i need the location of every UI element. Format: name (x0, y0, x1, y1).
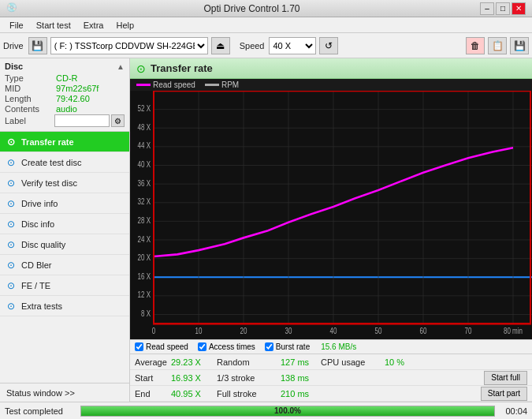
random-value: 127 ms (281, 357, 316, 367)
svg-text:50: 50 (375, 327, 382, 335)
disc-label-label: Label (5, 116, 54, 125)
disc-type-value: CD-R (56, 73, 78, 83)
svg-text:44 X: 44 X (138, 142, 151, 151)
svg-text:30: 30 (285, 327, 292, 335)
read-speed-checkbox[interactable] (135, 342, 143, 351)
copy-button[interactable]: 📋 (488, 37, 507, 54)
status-window-button[interactable]: Status window >> (0, 383, 129, 402)
content-area: ⊙ Transfer rate Read speed RPM (130, 58, 532, 402)
nav-drive-info[interactable]: ⊙ Drive info (0, 193, 129, 214)
disc-length-value: 79:42.60 (56, 94, 90, 103)
disc-contents-value: audio (56, 104, 77, 114)
svg-text:10: 10 (195, 327, 203, 335)
menubar: File Start test Extra Help (0, 17, 532, 33)
svg-text:36 X: 36 X (138, 179, 151, 188)
read-speed-checkbox-label[interactable]: Read speed (135, 342, 188, 351)
average-value: 29.23 X (171, 357, 212, 367)
transfer-rate-icon: ⊙ (5, 137, 17, 148)
svg-text:20: 20 (240, 327, 247, 335)
verify-test-disc-icon: ⊙ (5, 178, 17, 189)
nav-disc-info[interactable]: ⊙ Disc info (0, 214, 129, 234)
speed-select[interactable]: 40 X (269, 37, 316, 54)
average-label: Average (135, 357, 166, 367)
nav-extra-tests-label: Extra tests (21, 301, 62, 311)
start-part-button[interactable]: Start part (481, 387, 527, 401)
nav-verify-test-disc-label: Verify test disc (21, 178, 77, 188)
nav-fe-te[interactable]: ⊙ FE / TE (0, 275, 129, 296)
window-controls: – □ ✕ (480, 2, 526, 15)
disc-panel-title: Disc (5, 62, 23, 71)
legend-rpm: RPM (205, 80, 239, 89)
menu-help[interactable]: Help (110, 19, 140, 32)
eject-button[interactable]: ⏏ (211, 37, 230, 54)
chart-svg: 52 X 48 X 44 X 40 X 36 X 32 X 28 X 24 X … (130, 91, 532, 339)
sidebar-nav: ⊙ Transfer rate ⊙ Create test disc ⊙ Ver… (0, 132, 129, 383)
nav-transfer-rate[interactable]: ⊙ Transfer rate (0, 132, 129, 152)
save-button[interactable]: 💾 (510, 37, 529, 54)
access-times-checkbox[interactable] (198, 342, 206, 351)
access-times-cb-label: Access times (209, 342, 255, 351)
svg-text:60: 60 (420, 327, 427, 335)
app-icon: 💿 (6, 2, 19, 15)
chart-title: Transfer rate (151, 62, 213, 74)
nav-disc-quality-label: Disc quality (21, 240, 65, 249)
nav-create-test-disc-label: Create test disc (21, 158, 81, 167)
chart-checkboxes-row: Read speed Access times Burst rate 15.6 … (130, 339, 532, 354)
disc-type-label: Type (5, 73, 56, 83)
burst-rate-checkbox[interactable] (265, 342, 273, 351)
menu-start-test[interactable]: Start test (30, 19, 77, 32)
svg-text:40 X: 40 X (138, 160, 151, 169)
access-times-checkbox-label[interactable]: Access times (198, 342, 255, 351)
progress-label: Test completed (5, 406, 76, 416)
nav-disc-quality[interactable]: ⊙ Disc quality (0, 234, 129, 255)
close-button[interactable]: ✕ (512, 2, 526, 15)
chart-legend: Read speed RPM (130, 79, 532, 91)
third-stroke-label: 1/3 stroke (217, 373, 276, 383)
disc-label-input[interactable] (54, 114, 110, 127)
svg-text:12 X: 12 X (138, 291, 151, 300)
disc-panel-collapse[interactable]: ▲ (117, 62, 125, 71)
burst-rate-checkbox-label[interactable]: Burst rate (265, 342, 310, 351)
nav-cd-bler-label: CD Bler (21, 260, 52, 270)
maximize-button[interactable]: □ (496, 2, 510, 15)
disc-length-label: Length (5, 94, 56, 103)
nav-create-test-disc[interactable]: ⊙ Create test disc (0, 152, 129, 173)
main-layout: Disc ▲ Type CD-R MID 97m22s67f Length 79… (0, 58, 532, 402)
end-label: End (135, 389, 166, 398)
progress-bar-text: 100.0% (81, 406, 494, 416)
cpu-value: 10 % (385, 357, 527, 367)
nav-transfer-rate-label: Transfer rate (21, 137, 74, 147)
legend-read-speed: Read speed (136, 80, 195, 89)
nav-cd-bler[interactable]: ⊙ CD Bler (0, 255, 129, 275)
disc-label-refresh[interactable]: ⚙ (111, 114, 125, 127)
nav-verify-test-disc[interactable]: ⊙ Verify test disc (0, 173, 129, 193)
end-value: 40.95 X (171, 389, 212, 398)
erase-button[interactable]: 🗑 (466, 37, 485, 54)
sidebar: Disc ▲ Type CD-R MID 97m22s67f Length 79… (0, 58, 130, 402)
menu-file[interactable]: File (3, 19, 30, 32)
disc-type-row: Type CD-R (5, 73, 125, 83)
start-value: 16.93 X (171, 373, 212, 383)
refresh-button[interactable]: ↺ (319, 37, 338, 54)
start-full-button[interactable]: Start full (484, 371, 527, 385)
chart-display: 52 X 48 X 44 X 40 X 36 X 32 X 28 X 24 X … (130, 91, 532, 339)
drive-select[interactable]: ( F: ) TSSTcorp CDDVDW SH-224GB SB00 (50, 37, 208, 54)
speed-label: Speed (240, 41, 265, 51)
stats-row-start: Start 16.93 X 1/3 stroke 138 ms Start fu… (130, 370, 532, 386)
menu-extra[interactable]: Extra (77, 19, 110, 32)
svg-text:32 X: 32 X (138, 197, 151, 206)
stats-row-end: End 40.95 X Full stroke 210 ms Start par… (130, 386, 532, 402)
read-speed-cb-label: Read speed (146, 342, 188, 351)
minimize-button[interactable]: – (480, 2, 494, 15)
window-title: Opti Drive Control 1.70 (24, 3, 480, 14)
legend-rpm-label: RPM (221, 80, 239, 89)
status-window-label: Status window >> (6, 388, 75, 398)
chart-header-icon: ⊙ (136, 62, 146, 75)
drive-icon: 💾 (28, 37, 47, 54)
svg-text:20 X: 20 X (138, 253, 151, 262)
nav-extra-tests[interactable]: ⊙ Extra tests (0, 296, 129, 316)
svg-text:80 min: 80 min (504, 327, 523, 335)
burst-rate-display: 15.6 MB/s (321, 342, 356, 351)
disc-contents-row: Contents audio (5, 104, 125, 114)
legend-rpm-color (205, 84, 219, 86)
